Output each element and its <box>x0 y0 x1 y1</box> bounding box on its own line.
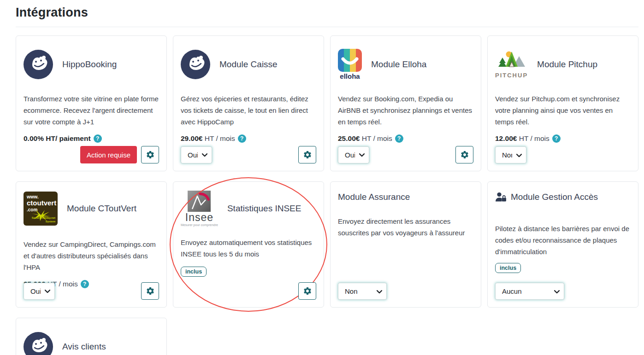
price-unit: HT / mois <box>205 134 235 142</box>
gear-icon <box>146 286 155 296</box>
card-footer <box>181 282 316 300</box>
help-icon[interactable]: ? <box>94 134 102 143</box>
price-value: 0.00% HT/ paiement <box>24 134 91 143</box>
access-mode-select[interactable]: Aucun <box>495 283 564 300</box>
card-description: Vendez sur CampingDirect, Campings.com e… <box>24 239 159 273</box>
card-title: HippoBooking <box>62 59 117 70</box>
card-description: Vendez sur Pitchup.com et synchronisez v… <box>495 93 631 128</box>
pitchup-logo-text: PITCHUP <box>495 72 528 79</box>
page-title: Intégrations <box>16 6 644 20</box>
card-header: www. ctoutvert .com Secureholiday.net Sy… <box>24 189 159 228</box>
card-description: Envoyez directement les assurances sousc… <box>338 216 473 239</box>
card-description: Vendez sur Booking.com, Expedia ou AirBN… <box>338 93 473 128</box>
hippocamp-logo-icon <box>181 50 210 79</box>
avis-clients-logo-icon <box>24 332 53 355</box>
price-value: 29.00€ <box>181 134 202 142</box>
elloha-logo-icon <box>338 49 362 72</box>
insee-logo-tagline: Mesurer pour comprendre <box>181 223 218 227</box>
card-statistiques-insee: Insee Mesurer pour comprendre Statistiqu… <box>173 181 324 308</box>
card-footer: Aucun <box>495 283 631 300</box>
card-description: Pilotez à distance les barrières par env… <box>495 223 631 257</box>
enable-select[interactable]: Oui <box>338 146 369 163</box>
ctoutvert-logo-icon: www. ctoutvert .com Secureholiday.net Sy… <box>24 192 58 226</box>
card-footer: Action requise <box>24 146 159 163</box>
price-value: 25.00€ <box>338 134 360 142</box>
hippobooking-logo-icon <box>24 50 53 79</box>
card-avis-clients: Avis clients <box>16 318 167 355</box>
title-divider <box>16 27 638 27</box>
card-description: Gérez vos épiceries et restaurants, édit… <box>181 93 316 128</box>
card-module-elloha: elloha Module Elloha Vendez sur Booking.… <box>330 35 481 171</box>
card-title: Module Pitchup <box>537 59 597 70</box>
card-title: Module Elloha <box>371 59 426 70</box>
card-header: Module Gestion Accès <box>495 189 631 202</box>
pitchup-logo-icon <box>497 50 526 71</box>
card-header: elloha Module Elloha <box>338 43 473 86</box>
card-hippobooking: HippoBooking Transformez votre site vitr… <box>16 35 167 171</box>
card-description: Envoyez automatiquement vos statistiques… <box>181 237 316 260</box>
settings-button[interactable] <box>298 282 316 300</box>
card-footer: Oui <box>338 146 473 163</box>
price-line: 25.00€ HT / mois ? <box>338 134 473 143</box>
card-module-pitchup: PITCHUP Module Pitchup Vendez sur Pitchu… <box>487 35 638 171</box>
inclus-badge: inclus <box>181 267 207 277</box>
card-header: HippoBooking <box>24 43 159 86</box>
help-icon[interactable]: ? <box>552 134 561 143</box>
price-unit: HT / mois <box>362 134 392 142</box>
card-header: Avis clients <box>24 326 159 355</box>
card-header: Module Assurance <box>338 189 473 202</box>
user-lock-icon <box>495 192 507 202</box>
card-footer: Oui <box>24 282 159 300</box>
card-footer: Non <box>495 146 631 163</box>
price-unit: HT / mois <box>519 134 549 142</box>
insee-logo-icon <box>188 191 211 212</box>
card-module-gestion-acces: Module Gestion Accès Pilotez à distance … <box>487 181 638 308</box>
insee-logo-text: Insee <box>185 212 213 223</box>
price-line: 12.00€ HT / mois ? <box>495 134 631 143</box>
enable-select[interactable]: Oui <box>24 283 55 300</box>
help-icon[interactable]: ? <box>238 134 246 143</box>
elloha-logo: elloha <box>338 49 362 80</box>
settings-button[interactable] <box>298 146 316 163</box>
help-icon[interactable]: ? <box>395 134 403 143</box>
integrations-grid: HippoBooking Transformez votre site vitr… <box>16 35 638 355</box>
gear-icon <box>303 286 312 296</box>
ctoutvert-logo-subtext: Secureholiday.net System <box>32 216 55 224</box>
card-header: Insee Mesurer pour comprendre Statistiqu… <box>181 189 316 228</box>
gear-icon <box>146 150 155 159</box>
gear-icon <box>303 150 312 159</box>
card-description: Transformez votre site vitrine en plate … <box>24 93 159 128</box>
settings-button[interactable] <box>141 146 159 163</box>
price-line: 0.00% HT/ paiement ? <box>24 134 159 143</box>
enable-select[interactable]: Oui <box>181 146 212 163</box>
card-module-assurance: Module Assurance Envoyez directement les… <box>330 181 481 308</box>
card-title: Module CToutVert <box>67 204 136 214</box>
card-header: Module Caisse <box>181 43 316 86</box>
card-module-caisse: Module Caisse Gérez vos épiceries et res… <box>173 35 324 171</box>
enable-select[interactable]: Non <box>338 283 387 300</box>
card-title: Module Gestion Accès <box>511 192 598 202</box>
settings-button[interactable] <box>141 282 159 300</box>
card-title: Module Caisse <box>219 59 278 70</box>
ctoutvert-logo-text: ctoutvert <box>27 199 54 207</box>
card-module-ctoutvert: www. ctoutvert .com Secureholiday.net Sy… <box>16 181 167 308</box>
gear-icon <box>460 150 469 159</box>
settings-button[interactable] <box>455 146 473 163</box>
insee-logo: Insee Mesurer pour comprendre <box>181 191 218 226</box>
card-title: Statistiques INSEE <box>227 204 301 214</box>
elloha-logo-text: elloha <box>340 72 360 80</box>
price-line: 29.00€ HT / mois ? <box>181 134 316 143</box>
card-footer: Oui <box>181 146 316 163</box>
card-footer: Non <box>338 283 473 300</box>
card-header: PITCHUP Module Pitchup <box>495 43 631 86</box>
inclus-badge: inclus <box>495 263 521 273</box>
price-value: 12.00€ <box>495 134 517 142</box>
card-title: Avis clients <box>62 342 106 352</box>
card-title: Module Assurance <box>338 192 410 202</box>
enable-select[interactable]: Non <box>495 146 526 163</box>
pitchup-logo: PITCHUP <box>495 50 528 79</box>
action-requise-button[interactable]: Action requise <box>80 146 137 163</box>
